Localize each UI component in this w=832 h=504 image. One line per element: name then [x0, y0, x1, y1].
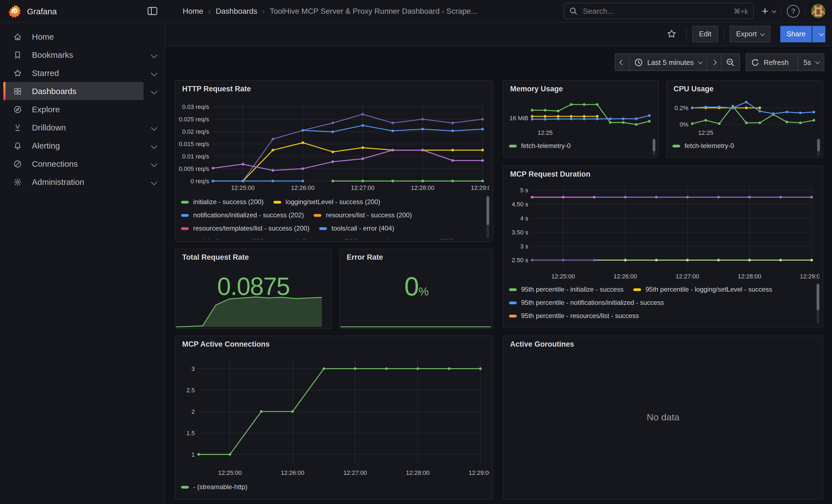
time-back-button[interactable]: [615, 54, 629, 71]
breadcrumb-home[interactable]: Home: [183, 7, 203, 16]
sidebar-item-explore[interactable]: Explore: [0, 100, 164, 118]
legend-scrollbar[interactable]: [653, 138, 655, 156]
edit-button[interactable]: Edit: [693, 26, 718, 42]
favorite-star-button[interactable]: [663, 29, 681, 38]
panel-title[interactable]: Total Request Rate: [176, 249, 331, 261]
search-shortcut: ⌘+k: [734, 7, 748, 15]
time-range-picker[interactable]: Last 5 minutes: [629, 54, 706, 71]
sidebar-item-connections[interactable]: Connections: [0, 155, 164, 173]
help-button[interactable]: ?: [787, 5, 800, 17]
search-input[interactable]: [582, 6, 734, 16]
legend-item[interactable]: resources/list - success (200): [314, 211, 412, 219]
panel-title[interactable]: HTTP Request Rate: [176, 81, 493, 93]
legend-color-chip: [181, 227, 189, 230]
sidebar-item-label: Administration: [32, 177, 84, 187]
legend-item[interactable]: resources/templates/list - success (200): [181, 224, 310, 232]
dashboard-actions-bar: Edit Export Share: [165, 22, 832, 46]
panel-title[interactable]: CPU Usage: [667, 81, 823, 93]
panel-title[interactable]: MCP Request Duration: [503, 166, 823, 178]
breadcrumb-separator: ›: [257, 7, 270, 16]
y-axis-tick: 1.5: [186, 430, 195, 436]
share-button[interactable]: Share: [781, 26, 812, 42]
error-rate-sparkline: [341, 321, 492, 328]
legend-item[interactable]: initialize - success (200): [181, 198, 264, 206]
y-axis-tick: 0.025 req/s: [179, 116, 209, 123]
legend-label: resources/list - success (200): [326, 211, 412, 219]
active-indicator: [3, 82, 5, 100]
home-icon: [13, 32, 22, 41]
legend-label: tools/call - error (404): [332, 224, 394, 232]
x-axis-tick: 12:26:00: [291, 184, 315, 191]
legend-item[interactable]: 95th percentile - logging/setLevel - suc…: [633, 286, 772, 293]
legend-item[interactable]: 95th percentile - initialize - success: [509, 286, 623, 293]
sidebar-item-label: Starred: [32, 68, 59, 78]
time-controls: Last 5 minutes Refresh 5s: [615, 53, 824, 71]
chevron-down-icon: [698, 59, 702, 64]
cpu-usage-chart[interactable]: 12:250.2%0%: [669, 96, 820, 138]
legend-item[interactable]: tools/list - success (200): [276, 238, 359, 239]
add-new-button[interactable]: +: [762, 5, 775, 17]
legend-item[interactable]: tools/call - error (404): [319, 224, 394, 232]
y-axis-tick: 0.01 req/s: [182, 153, 209, 160]
sidebar-item-bookmarks[interactable]: Bookmarks: [0, 46, 164, 64]
sidebar-toggle-icon[interactable]: [148, 7, 157, 16]
legend-item[interactable]: fetch-telemetry-0: [672, 142, 734, 150]
x-axis-tick: 12:28:00: [738, 273, 761, 280]
sidebar-item-label: Drilldown: [32, 123, 66, 132]
sidebar-item-label: Dashboards: [32, 86, 77, 96]
legend-item[interactable]: tools/call - success (200): [181, 238, 266, 239]
zoom-out-button[interactable]: [721, 54, 739, 71]
sidebar-item-drilldown[interactable]: Drilldown: [0, 118, 164, 136]
x-axis-tick: 12:25: [538, 129, 553, 136]
chevron-down-icon[interactable]: [151, 52, 157, 58]
panel-title[interactable]: Error Rate: [340, 249, 493, 261]
legend-item[interactable]: 95th percentile - resources/list - succe…: [509, 312, 639, 320]
sidebar-item-dashboards[interactable]: Dashboards: [0, 82, 164, 100]
sidebar-item-starred[interactable]: Starred: [0, 64, 164, 82]
mcp-active-connections-chart[interactable]: 12:25:0012:26:0012:27:0012:28:0012:29:00…: [178, 353, 489, 478]
y-axis-tick: 4 s: [520, 215, 528, 222]
user-avatar[interactable]: [811, 4, 825, 18]
panel-title[interactable]: Memory Usage: [503, 81, 658, 93]
legend-scrollbar[interactable]: [817, 138, 820, 156]
bookmark-icon: [13, 50, 22, 59]
chevron-down-icon[interactable]: [151, 142, 157, 149]
top-nav: Grafana Home › Dashboards › ToolHive MCP…: [0, 0, 832, 23]
chevron-down-icon[interactable]: [151, 70, 157, 76]
legend-scrollbar[interactable]: [816, 283, 820, 323]
x-axis-tick: 12:28:00: [411, 184, 435, 191]
sidebar-item-home[interactable]: Home: [0, 27, 164, 46]
sidebar-item-administration[interactable]: Administration: [0, 173, 164, 191]
refresh-interval-picker[interactable]: 5s: [798, 54, 824, 71]
breadcrumb-dashboards[interactable]: Dashboards: [216, 7, 257, 16]
share-button-group: Share: [781, 26, 825, 42]
legend-label: 95th percentile - resources/list - succe…: [521, 312, 639, 320]
chevron-down-icon[interactable]: [151, 88, 157, 95]
x-axis-tick: 12:29:00: [471, 184, 489, 191]
share-menu-button[interactable]: [812, 26, 825, 42]
panel-error-rate: Error Rate 0%: [339, 249, 493, 329]
legend-item[interactable]: - (streamable-http): [181, 483, 248, 491]
legend-item[interactable]: notifications/initialized - success (202…: [181, 211, 304, 219]
refresh-button[interactable]: Refresh: [746, 54, 798, 71]
clock-icon: [634, 58, 643, 66]
memory-usage-chart[interactable]: 12:2516 MiB: [506, 96, 655, 138]
panel-title[interactable]: MCP Active Connections: [176, 336, 493, 348]
legend-item[interactable]: logging/setLevel - success (200): [274, 198, 380, 206]
search-box[interactable]: ⌘+k: [564, 3, 754, 19]
chevron-down-icon[interactable]: [151, 124, 157, 131]
legend-item[interactable]: 95th percentile - notifications/initiali…: [509, 299, 664, 307]
legend-scrollbar[interactable]: [487, 195, 489, 238]
legend-item[interactable]: fetch-telemetry-0: [509, 142, 571, 150]
legend-label: notifications/initialized - success (202…: [193, 211, 304, 219]
sidebar-item-alerting[interactable]: Alerting: [0, 136, 164, 155]
chevron-down-icon[interactable]: [151, 161, 157, 167]
legend-label: 95th percentile - logging/setLevel - suc…: [646, 286, 772, 293]
time-forward-button[interactable]: [706, 54, 721, 71]
panel-title[interactable]: Active Goroutines: [503, 336, 823, 348]
mcp-request-duration-chart[interactable]: 12:25:0012:26:0012:27:0012:28:0012:29:00…: [506, 182, 820, 282]
http-request-rate-chart[interactable]: 12:25:0012:26:0012:27:0012:28:0012:29:00…: [178, 96, 489, 193]
legend-item[interactable]: unknown - success (200): [369, 238, 454, 239]
export-button[interactable]: Export: [729, 26, 770, 42]
chevron-down-icon[interactable]: [151, 179, 157, 185]
